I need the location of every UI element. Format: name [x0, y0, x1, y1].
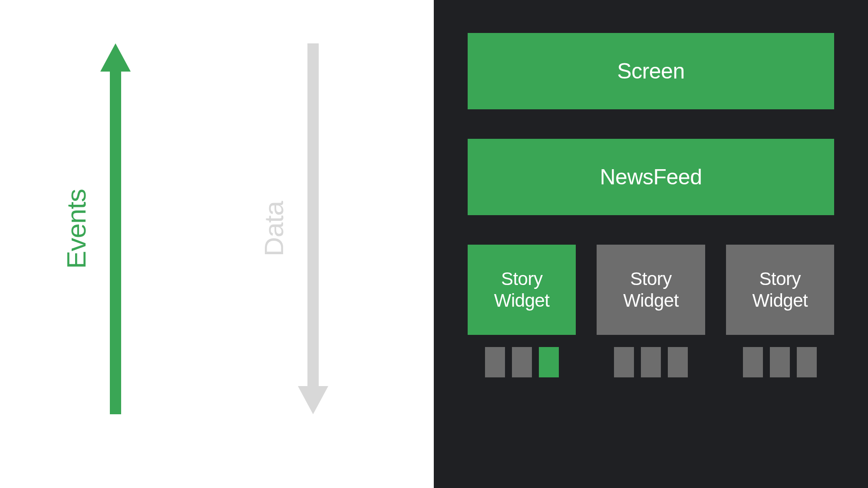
indicators-row: [743, 347, 817, 377]
screen-block: Screen: [468, 33, 834, 109]
story-widget-block: Story Widget: [597, 245, 705, 335]
newsfeed-block: NewsFeed: [468, 139, 834, 215]
story-widget-label: Story Widget: [752, 268, 808, 312]
indicator: [512, 347, 532, 377]
indicator: [668, 347, 688, 377]
indicators-row: [485, 347, 559, 377]
widget-column: Story Widget: [597, 245, 705, 377]
newsfeed-label: NewsFeed: [600, 164, 702, 190]
arrow-down-icon: [298, 43, 328, 414]
screen-label: Screen: [617, 59, 684, 84]
indicator: [485, 347, 505, 377]
story-widget-label: Story Widget: [494, 268, 550, 312]
right-panel: Screen NewsFeed Story Widget Story Widge…: [434, 0, 868, 488]
indicator: [614, 347, 634, 377]
indicator: [539, 347, 559, 377]
events-label: Events: [61, 189, 92, 269]
indicator: [797, 347, 817, 377]
widgets-row: Story Widget Story Widget Story Widget: [468, 245, 834, 377]
arrow-up-icon: [100, 43, 131, 414]
widget-column: Story Widget: [726, 245, 834, 377]
left-panel: Events Data: [0, 0, 434, 488]
story-widget-block: Story Widget: [468, 245, 576, 335]
widget-column: Story Widget: [468, 245, 576, 377]
indicator: [743, 347, 763, 377]
story-widget-block: Story Widget: [726, 245, 834, 335]
events-arrow-group: Events: [61, 41, 131, 416]
indicator: [641, 347, 661, 377]
indicators-row: [614, 347, 688, 377]
spacer: [468, 109, 834, 139]
story-widget-label: Story Widget: [623, 268, 679, 312]
data-label: Data: [258, 201, 289, 256]
spacer: [468, 215, 834, 245]
indicator: [770, 347, 790, 377]
data-arrow-group: Data: [258, 41, 328, 416]
